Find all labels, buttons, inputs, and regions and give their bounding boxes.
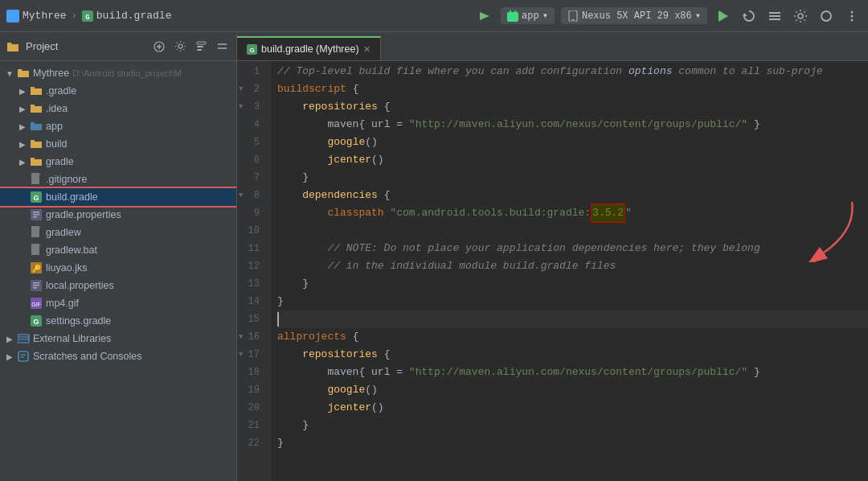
tree-item-external-libraries[interactable]: ▶ External Libraries <box>0 330 236 347</box>
line-numbers: 1 ▼2 ▼3 4 5 6 7 ▼8 9 10 11 12 13 14 15 ▼… <box>237 61 271 481</box>
tree-item-gitignore[interactable]: .gitignore <box>0 171 236 188</box>
svg-rect-34 <box>31 226 39 237</box>
ln-12: 12 <box>237 257 264 275</box>
svg-rect-4 <box>510 10 511 14</box>
breadcrumb-separator: › <box>72 10 77 22</box>
tree-item-gradle-properties[interactable]: gradle.properties <box>0 206 236 224</box>
version-highlight: 3.5.2 <box>591 204 625 223</box>
tree-item-liuyao-jks[interactable]: 🔑 liuyao.jks <box>0 259 236 277</box>
code-line-13: } <box>277 275 868 293</box>
tree-item-idea-folder[interactable]: ▶ .idea <box>0 100 236 117</box>
gear-icon[interactable] <box>172 39 188 55</box>
ln-4: 4 <box>237 116 264 134</box>
breadcrumb-filename: build.gradle <box>96 10 172 22</box>
navigate-back-btn[interactable] <box>475 6 494 26</box>
root-label: Mythree <box>33 68 69 79</box>
tree-item-settings-gradle[interactable]: G settings.gradle <box>0 312 236 330</box>
device-icon <box>567 10 579 22</box>
svg-text:G: G <box>33 194 39 202</box>
code-editor: G build.gradle (Mythree) ✕ 1 ▼2 ▼3 4 5 6… <box>237 32 868 481</box>
tab-close-btn[interactable]: ✕ <box>363 44 371 55</box>
code-line-20: jcenter() <box>277 399 868 417</box>
settings-btn[interactable] <box>791 6 810 26</box>
tree-item-local-properties[interactable]: local.properties <box>0 277 236 294</box>
code-line-5: google() <box>277 134 868 151</box>
ln-17: ▼17 <box>237 346 264 364</box>
svg-rect-21 <box>197 42 206 44</box>
svg-rect-43 <box>33 287 37 289</box>
code-line-15 <box>277 310 868 328</box>
idea-folder-label: .idea <box>46 103 68 114</box>
svg-rect-11 <box>769 15 780 17</box>
tree-item-gradlew-bat[interactable]: gradlew.bat <box>0 241 236 259</box>
scroll-to-source-icon[interactable] <box>193 39 209 55</box>
svg-rect-51 <box>18 352 28 361</box>
sync-btn[interactable] <box>817 6 836 26</box>
more-btn[interactable] <box>842 6 862 26</box>
code-line-17: repositories { <box>277 346 868 364</box>
svg-text:🔑: 🔑 <box>32 264 42 273</box>
tree-item-scratches[interactable]: ▶ Scratches and Consoles <box>0 347 236 365</box>
svg-marker-8 <box>719 10 728 22</box>
sidebar-header: Project <box>0 32 236 61</box>
ln-1: 1 <box>237 63 264 80</box>
code-line-22: } <box>277 434 868 452</box>
svg-marker-27 <box>39 173 42 175</box>
code-line-21: } <box>277 417 868 434</box>
svg-marker-2 <box>480 12 489 20</box>
svg-rect-23 <box>197 49 202 51</box>
run-btn[interactable] <box>714 6 733 26</box>
code-lines[interactable]: // Top-level build file where you can ad… <box>271 61 868 481</box>
code-line-4: maven{ url = "http://maven.aliyun.com/ne… <box>277 116 868 134</box>
ln-2: ▼2 <box>237 80 264 98</box>
code-line-14: } <box>277 293 868 310</box>
svg-rect-26 <box>31 173 39 184</box>
svg-text:G: G <box>85 14 89 22</box>
code-area[interactable]: 1 ▼2 ▼3 4 5 6 7 ▼8 9 10 11 12 13 14 15 ▼… <box>237 61 868 481</box>
mp4-gif-label: mp4.gif <box>46 298 79 309</box>
ln-11: 11 <box>237 240 264 257</box>
tree-item-app-folder[interactable]: ▶ app <box>0 117 236 135</box>
tree-item-gradlew[interactable]: gradlew <box>0 224 236 241</box>
ln-5: 5 <box>237 134 264 151</box>
collapse-all-icon[interactable] <box>214 39 230 55</box>
tab-build-gradle[interactable]: G build.gradle (Mythree) ✕ <box>237 36 381 60</box>
breadcrumb-file: G build.gradle <box>82 10 172 22</box>
svg-rect-12 <box>769 18 780 20</box>
svg-marker-9 <box>743 13 747 16</box>
android-icon <box>507 10 518 22</box>
tree-item-build-folder[interactable]: ▶ build <box>0 135 236 153</box>
file-tree: ▼ Mythree D:\Android studio_project\M ▶ … <box>0 61 236 481</box>
tree-root-mythree[interactable]: ▼ Mythree D:\Android studio_project\M <box>0 64 236 82</box>
rerun-btn[interactable] <box>739 6 759 26</box>
svg-point-16 <box>851 18 854 21</box>
liuyao-jks-label: liuyao.jks <box>46 262 87 273</box>
editor-tab-bar: G build.gradle (Mythree) ✕ <box>237 32 868 61</box>
device-config-dropdown[interactable]: Nexus 5X API 29 x86 ▾ <box>561 7 707 24</box>
run-config-dropdown[interactable]: app ▾ <box>501 7 555 24</box>
svg-rect-5 <box>514 10 516 14</box>
svg-rect-31 <box>33 212 39 213</box>
tree-item-gradle-folder2[interactable]: ▶ gradle <box>0 153 236 171</box>
tree-item-gradle-folder[interactable]: ▶ .gradle <box>0 82 236 100</box>
logo-icon <box>6 10 19 23</box>
svg-point-13 <box>798 14 803 18</box>
tree-item-mp4-gif[interactable]: GIF mp4.gif <box>0 294 236 312</box>
gradle-folder2-label: gradle <box>46 156 74 167</box>
local-properties-label: local.properties <box>46 280 114 291</box>
svg-rect-22 <box>197 46 203 47</box>
svg-marker-37 <box>39 244 42 246</box>
ln-22: 22 <box>237 434 264 452</box>
svg-point-20 <box>178 44 182 48</box>
svg-rect-42 <box>33 285 39 286</box>
device-arrow: ▾ <box>695 10 701 22</box>
gradle-properties-label: gradle.properties <box>46 209 121 220</box>
add-content-btn[interactable] <box>151 39 167 55</box>
code-line-7: } <box>277 169 868 187</box>
code-line-3: repositories { <box>277 98 868 116</box>
tasks-btn[interactable] <box>765 6 784 26</box>
ln-21: 21 <box>237 417 264 434</box>
scratches-label: Scratches and Consoles <box>33 351 142 362</box>
tree-item-build-gradle[interactable]: G build.gradle <box>0 188 236 206</box>
ln-9: 9 <box>237 204 264 222</box>
